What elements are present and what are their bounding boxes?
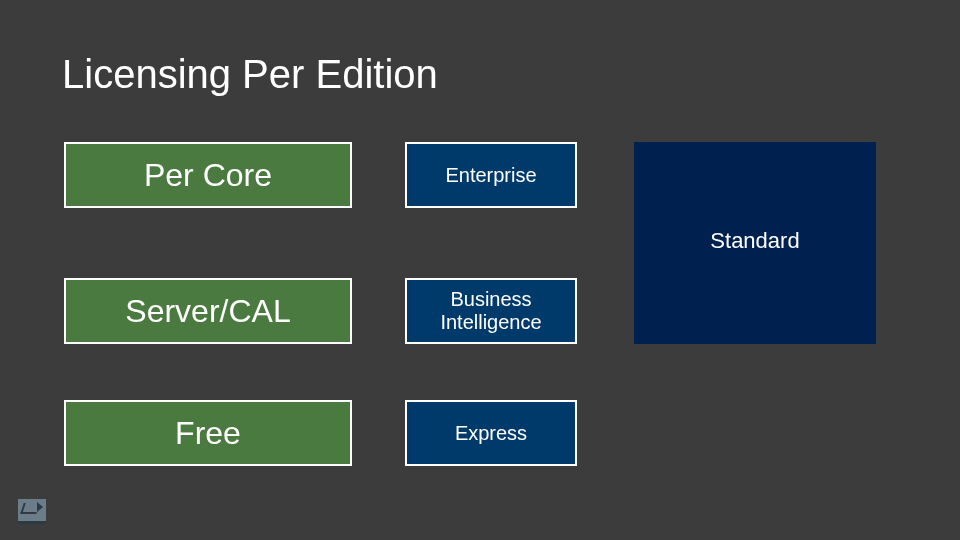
edition-standard-label: Standard [634,228,876,254]
edition-express: Express [405,400,577,466]
slide-title: Licensing Per Edition [62,52,438,97]
licensing-model-server-cal: Server/CAL [64,278,352,344]
edition-standard-panel: Standard [634,142,876,344]
edition-enterprise: Enterprise [405,142,577,208]
licensing-model-per-core: Per Core [64,142,352,208]
slide: Licensing Per Edition Per Core Enterpris… [0,0,960,540]
edition-business-intelligence: Business Intelligence [405,278,577,344]
licensing-model-free: Free [64,400,352,466]
slide-logo-icon [18,499,46,524]
